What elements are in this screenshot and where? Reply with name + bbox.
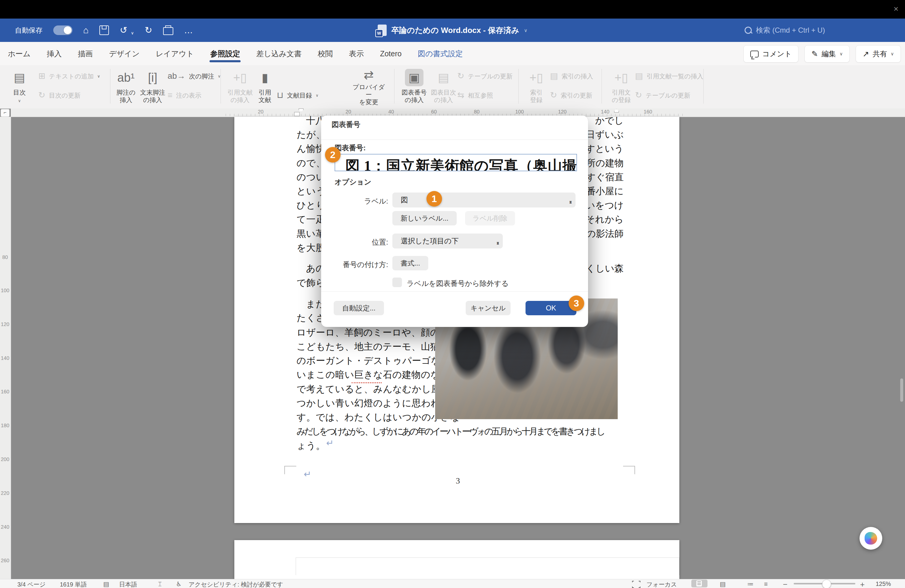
document-text-line[interactable]: いまこの暗い巨きな石の建物のなか (297, 369, 450, 382)
ribbon-button[interactable]: ⊔ 文献目録 ∨ (277, 91, 318, 99)
ribbon-button[interactable]: ab→ 次の脚注 ∨ (168, 72, 221, 80)
ribbon-tabs: ホーム挿入描画デザインレイアウト参照設定差し込み文書校閲表示Zotero図の書式… (6, 42, 464, 65)
zoom-out-button[interactable]: − (783, 580, 788, 588)
ribbon-button-label: 引用文献一覧の挿入 (646, 72, 703, 80)
web-layout-icon[interactable]: ▤ (720, 580, 726, 588)
ribbon-tab[interactable]: 描画 (76, 43, 94, 64)
ribbon-tab[interactable]: 差し込み文書 (255, 43, 303, 64)
status-item[interactable]: アクセシビリティ: 検討が必要です (189, 580, 283, 588)
ribbon-button[interactable]: ⊞ テキストの追加 ∨ (38, 72, 100, 80)
status-item[interactable]: ▤ (103, 580, 109, 588)
position-dropdown[interactable]: 選択した項目の下 ∧∨ (392, 234, 503, 248)
ribbon-tab[interactable]: 挿入 (46, 43, 63, 64)
ruler-number: 120 (0, 321, 10, 327)
divider (321, 291, 588, 292)
ribbon-button[interactable]: ⇄ プロバイダー を変更 ∨ (349, 69, 388, 105)
ribbon-button-icon: ▤ (14, 69, 25, 86)
print-layout-view-button[interactable] (691, 580, 708, 587)
focus-mode-icon[interactable] (632, 581, 640, 588)
format-button[interactable]: 書式... (392, 256, 428, 270)
document-text-line[interactable]: を大股 (297, 242, 325, 255)
ribbon-button-label: 引用文献 の挿入 (227, 89, 252, 103)
vertical-scrollbar-thumb[interactable] (900, 378, 903, 402)
titlebar: 自動保存 ⌂ ↺ ∨ ↻ … 卒論のための Word.docx - 保存済み ∨… (0, 19, 905, 42)
status-item[interactable]: ⌶ (158, 580, 162, 588)
ribbon-button[interactable]: ⇆ 相互参照 ∨ (457, 91, 493, 99)
cancel-button[interactable]: キャンセル (466, 301, 511, 315)
ribbon-button[interactable]: +▯ 索引 登録 ∨ (526, 69, 547, 105)
annotation-badge-3: 3 (568, 296, 584, 311)
status-item[interactable]: ♿ (176, 580, 182, 588)
document-text-line[interactable]: 黒い革 (297, 227, 325, 241)
focus-label[interactable]: フォーカス (646, 580, 677, 588)
ruler-number: 240 (0, 524, 10, 530)
status-item[interactable]: 日本語 (119, 580, 137, 588)
ribbon-button-label: プロバイダー を変更 (349, 83, 388, 106)
screen-top-strip: × (0, 0, 905, 19)
ribbon-button-icon: ▮ (262, 69, 268, 86)
document-text-line[interactable]: こどもたち、地主のテーモ、山猫博士 (297, 340, 459, 354)
ribbon-tab[interactable]: 参照設定 (209, 43, 241, 64)
exclude-label-checkbox[interactable] (392, 278, 402, 287)
ribbon-tab[interactable]: レイアウト (155, 43, 195, 64)
ribbon-tab[interactable]: 図の書式設定 (417, 43, 464, 64)
document-text-line[interactable]: ロザーロ、羊飼のミーロや、顔の赤い (297, 326, 459, 340)
zoom-level[interactable]: 125% (876, 580, 891, 587)
vertical-ruler[interactable]: 80100120140160180200220240260 (0, 117, 11, 579)
text-boundary-corner-right (623, 466, 635, 474)
ribbon-button[interactable]: ↻ テーブルの更新 ∨ (457, 72, 512, 80)
label-dropdown[interactable]: 図 ∧∨ (392, 192, 575, 208)
annotation-badge-2: 2 (325, 147, 341, 162)
ribbon-tab[interactable]: デザイン (108, 43, 141, 64)
ribbon-button[interactable]: ↻ 索引の更新 ∨ (550, 91, 592, 99)
ruler-number: 140 (601, 109, 609, 115)
ribbon-button[interactable]: ▮ 引用 文献 ∨ (256, 69, 273, 105)
document-text-line[interactable]: ょう。 (297, 440, 325, 453)
edit-mode-button[interactable]: ✎ 編集 ∨ (805, 45, 849, 63)
share-button[interactable]: ↗ 共有 ∨ (856, 45, 901, 63)
document-title[interactable]: 卒論のための Word.docx - 保存済み (391, 25, 519, 36)
ribbon-tab[interactable]: ホーム (6, 43, 32, 64)
ribbon-button[interactable]: ▤ 引用文献一覧の挿入 ∨ (635, 72, 703, 80)
ribbon-button[interactable]: +▯ 引用文献 の挿入 ∨ (225, 69, 255, 105)
status-item[interactable]: 3/4 ページ (17, 580, 46, 588)
document-text-line[interactable]: つかしい青い幻燈のように思われま (297, 397, 450, 410)
ribbon-button[interactable]: ▤ 索引の挿入 ∨ (550, 72, 593, 80)
ribbon-tab[interactable]: 表示 (348, 43, 365, 64)
comments-button[interactable]: コメント (743, 45, 799, 63)
ribbon-button-icon: ▤ (635, 72, 643, 80)
ribbon-button[interactable]: ↻ テーブルの更新 ∨ (635, 91, 690, 99)
ribbon-button[interactable]: ▣ 図表番号 の挿入 ∨ (400, 69, 428, 105)
draft-view-icon[interactable]: ≡ (764, 580, 768, 588)
close-icon[interactable]: × (894, 4, 899, 14)
status-item[interactable]: 1619 単語 (60, 580, 87, 588)
ribbon-button[interactable]: +▯ 引用文 の登録 ∨ (609, 69, 634, 105)
copilot-button[interactable] (859, 527, 882, 550)
zoom-in-button[interactable]: + (860, 580, 865, 588)
ribbon-button[interactable]: [i] 文末脚注 の挿入 ∨ (138, 69, 167, 105)
right-indent-marker[interactable] (614, 109, 619, 113)
ribbon-button[interactable]: ↻ 目次の更新 ∨ (38, 91, 81, 99)
caption-input[interactable]: 図 1：国立新美術館の写真（奥山撮影） (335, 154, 577, 171)
ribbon-button[interactable]: ≡ 注の表示 ∨ (168, 91, 202, 99)
new-label-button[interactable]: 新しいラベル... (392, 211, 457, 226)
document-text-line[interactable]: 十八 (297, 114, 325, 127)
title-chevron-icon[interactable]: ∨ (524, 27, 528, 33)
first-line-indent-marker[interactable] (298, 108, 303, 112)
ribbon-tab[interactable]: 校閲 (317, 43, 334, 64)
ribbon-button-icon: ab→ (168, 72, 185, 80)
label-dropdown-value: 図 (401, 195, 408, 205)
ribbon-button[interactable]: ab¹ 脚注の 挿入 ∨ (115, 69, 137, 105)
tab-selector[interactable]: ⌐ (1, 109, 10, 117)
caption-value: 図 1：国立新美術館の写真（奥山撮影） (345, 156, 577, 171)
ribbon-button[interactable]: ▤ 図表目次 の挿入 ∨ (430, 69, 457, 105)
ribbon-button-icon: ↻ (550, 91, 557, 99)
search-box[interactable]: 検索 (Cmd + Ctrl + U) (745, 19, 825, 42)
ribbon-button[interactable]: ▤ 目次 ∨ (6, 69, 33, 105)
ribbon-tab[interactable]: Zotero (379, 44, 403, 64)
outline-view-icon[interactable]: ≔ (747, 580, 754, 588)
autocaption-button[interactable]: 自動設定... (334, 301, 384, 315)
document-text-line[interactable]: みだしをつけながら、しずかにあの年のイーハトーヴォの五月から十月までを書きつけま… (297, 426, 604, 439)
zoom-slider-knob[interactable] (822, 580, 831, 588)
document-text-line[interactable]: て一疋 (297, 213, 325, 226)
